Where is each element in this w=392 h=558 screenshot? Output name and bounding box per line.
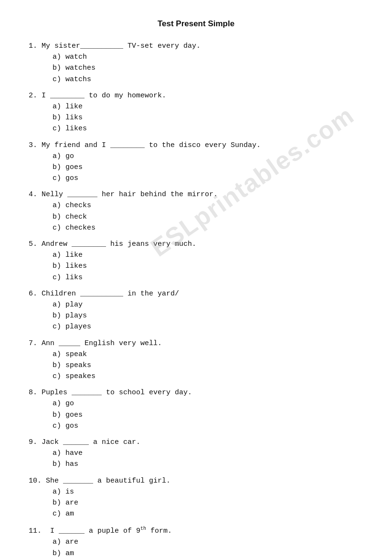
question-2-option-3: c) likes bbox=[53, 123, 363, 134]
question-1-text: 1. My sister__________ TV-set every day. bbox=[29, 42, 363, 50]
question-5-option-2: b) likes bbox=[53, 261, 363, 272]
question-10: 10. She _______ a beautiful girl.a) isb)… bbox=[29, 477, 363, 520]
question-3: 3. My friend and I ________ to the disco… bbox=[29, 141, 363, 184]
question-9-text: 9. Jack ______ a nice car. bbox=[29, 438, 363, 446]
question-6-option-1: a) play bbox=[53, 299, 363, 310]
question-8: 8. Puples _______ to school every day.a)… bbox=[29, 389, 363, 432]
question-7-text: 7. Ann _____ English very well. bbox=[29, 339, 363, 347]
question-10-option-2: b) are bbox=[53, 497, 363, 508]
question-1-options: a) watchb) watchesc) watchs bbox=[53, 52, 363, 85]
question-2-option-1: a) like bbox=[53, 101, 363, 112]
question-8-options: a) gob) goesc) gos bbox=[53, 398, 363, 432]
question-5-text: 5. Andrew ________ his jeans very much. bbox=[29, 240, 363, 248]
question-10-option-3: c) am bbox=[53, 508, 363, 519]
question-1-option-3: c) watchs bbox=[53, 74, 363, 85]
question-2: 2. I ________ to do my homework.a) likeb… bbox=[29, 92, 363, 135]
page-title: Test Present Simple bbox=[29, 19, 363, 29]
question-2-options: a) likeb) liksc) likes bbox=[53, 101, 363, 135]
question-7-option-2: b) speaks bbox=[53, 360, 363, 371]
question-3-text: 3. My friend and I ________ to the disco… bbox=[29, 141, 363, 149]
question-6-text: 6. Children __________ in the yard/ bbox=[29, 290, 363, 298]
question-3-option-1: a) go bbox=[53, 151, 363, 162]
question-5-option-1: a) like bbox=[53, 250, 363, 261]
question-10-option-1: a) is bbox=[53, 486, 363, 497]
question-9-option-2: b) has bbox=[53, 459, 363, 470]
question-8-text: 8. Puples _______ to school every day. bbox=[29, 389, 363, 397]
question-4-option-2: b) check bbox=[53, 211, 363, 222]
question-11-text: 11. I ______ a puple of 9th form. bbox=[29, 526, 363, 535]
question-8-option-1: a) go bbox=[53, 398, 363, 409]
question-6: 6. Children __________ in the yard/a) pl… bbox=[29, 290, 363, 333]
question-11-option-2: b) am bbox=[53, 548, 363, 558]
question-8-option-2: b) goes bbox=[53, 410, 363, 421]
question-5: 5. Andrew ________ his jeans very much.a… bbox=[29, 240, 363, 283]
question-7-option-1: a) speak bbox=[53, 349, 363, 360]
question-6-option-2: b) plays bbox=[53, 310, 363, 321]
question-5-options: a) likeb) likesc) liks bbox=[53, 250, 363, 283]
question-3-option-2: b) goes bbox=[53, 162, 363, 173]
question-1-option-1: a) watch bbox=[53, 52, 363, 63]
question-11-options: a) areb) amc) is bbox=[53, 537, 363, 558]
question-7: 7. Ann _____ English very well.a) speakb… bbox=[29, 339, 363, 382]
question-4-text: 4. Nelly _______ her hair behind the mir… bbox=[29, 190, 363, 199]
question-7-option-3: c) speakes bbox=[53, 371, 363, 382]
question-2-text: 2. I ________ to do my homework. bbox=[29, 92, 363, 100]
question-9: 9. Jack ______ a nice car.a) haveb) has bbox=[29, 438, 363, 470]
question-3-options: a) gob) goesc) gos bbox=[53, 151, 363, 184]
question-5-option-3: c) liks bbox=[53, 272, 363, 283]
question-11-option-1: a) are bbox=[53, 537, 363, 547]
question-6-options: a) playb) playsc) playes bbox=[53, 299, 363, 333]
question-9-option-1: a) have bbox=[53, 448, 363, 459]
question-11: 11. I ______ a puple of 9th form.a) areb… bbox=[29, 526, 363, 558]
question-1: 1. My sister__________ TV-set every day.… bbox=[29, 42, 363, 85]
question-10-options: a) isb) arec) am bbox=[53, 486, 363, 520]
question-1-option-2: b) watches bbox=[53, 63, 363, 74]
question-10-text: 10. She _______ a beautiful girl. bbox=[29, 477, 363, 485]
question-4-option-1: a) checks bbox=[53, 200, 363, 211]
question-2-option-2: b) liks bbox=[53, 112, 363, 123]
question-3-option-3: c) gos bbox=[53, 173, 363, 184]
question-7-options: a) speakb) speaksc) speakes bbox=[53, 349, 363, 382]
question-4-option-3: c) checkes bbox=[53, 222, 363, 233]
question-4: 4. Nelly _______ her hair behind the mir… bbox=[29, 190, 363, 233]
question-9-options: a) haveb) has bbox=[53, 448, 363, 470]
question-4-options: a) checksb) checkc) checkes bbox=[53, 200, 363, 233]
question-6-option-3: c) playes bbox=[53, 321, 363, 332]
question-8-option-3: c) gos bbox=[53, 421, 363, 432]
